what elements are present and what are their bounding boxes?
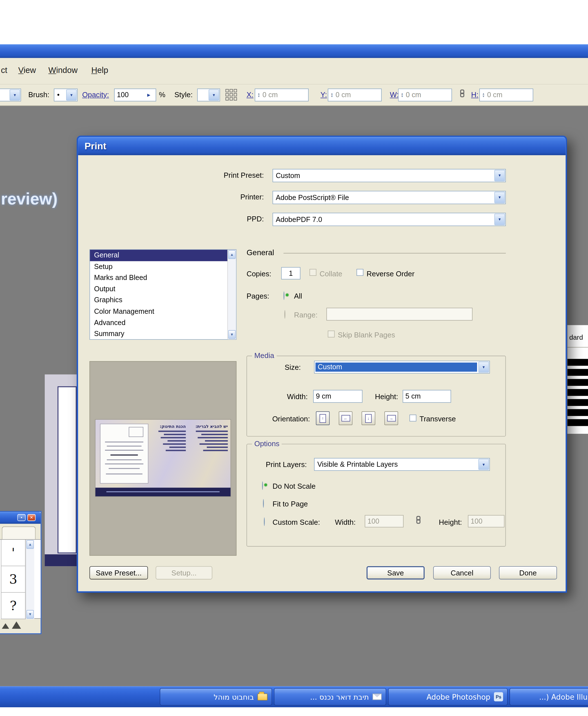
glyph-cell[interactable]: 3 [1, 566, 26, 593]
menu-help[interactable]: Help [91, 66, 108, 75]
save-button[interactable]: Save [367, 566, 425, 580]
orientation-portrait-button[interactable] [316, 412, 330, 425]
section-summary[interactable]: Summary [90, 329, 236, 340]
chevron-down-icon[interactable] [66, 89, 77, 101]
printer-combo[interactable]: Adobe PostScript® File [273, 191, 506, 204]
spinner-icon[interactable] [257, 92, 260, 98]
scroll-down-icon[interactable] [228, 330, 236, 339]
style-combo[interactable] [197, 88, 220, 101]
section-color-management[interactable]: Color Management [90, 306, 236, 317]
w-field[interactable]: 0 cm [398, 88, 452, 101]
x-field[interactable]: 0 cm [255, 88, 309, 101]
reference-point-grid-icon[interactable] [226, 89, 237, 101]
chevron-down-icon[interactable] [209, 89, 219, 101]
scroll-up-icon[interactable] [26, 540, 34, 549]
opacity-slider-arrow-icon[interactable] [144, 89, 153, 101]
orientation-portrait-reverse-button[interactable] [362, 412, 375, 425]
glyph-cell[interactable]: ? [1, 593, 26, 619]
chevron-down-icon[interactable] [479, 459, 489, 470]
spinner-icon[interactable] [401, 92, 403, 98]
scroll-down-icon[interactable] [26, 610, 34, 619]
glyph-cell[interactable]: ' [1, 540, 26, 566]
do-not-scale-radio[interactable] [262, 481, 263, 490]
chevron-down-icon[interactable] [9, 89, 20, 101]
scroll-up-icon[interactable] [228, 250, 236, 259]
orientation-landscape-left-button[interactable] [339, 412, 353, 425]
list-scrollbar[interactable] [227, 250, 236, 339]
pages-all-radio[interactable] [284, 291, 285, 300]
save-preset-button[interactable]: Save Preset... [89, 566, 148, 580]
print-layers-combo[interactable]: Visible & Printable Layers [314, 458, 490, 471]
done-button[interactable]: Done [499, 566, 557, 580]
reverse-order-checkbox[interactable] [357, 269, 363, 276]
swatch-row[interactable] [567, 369, 588, 376]
section-marks-and-bleed[interactable]: Marks and Bleed [90, 272, 236, 283]
taskbar-button-photoshop[interactable]: Adobe Photoshop [388, 688, 508, 706]
setup-button[interactable]: Setup... [156, 566, 212, 580]
h-label[interactable]: H: [471, 91, 479, 99]
menu-view[interactable]: View [18, 66, 36, 75]
media-height-field[interactable]: 5 cm [403, 390, 451, 402]
swatch-row[interactable] [567, 379, 588, 386]
palette-titlebar[interactable] [0, 512, 41, 524]
copies-field[interactable]: 1 [281, 267, 300, 279]
swatch-row[interactable] [567, 359, 588, 365]
dialog-titlebar[interactable]: Print [78, 137, 565, 155]
stage: ct View Window Help Brush: • Opacity: 10… [0, 0, 588, 716]
skip-blank-pages-checkbox[interactable] [328, 331, 335, 337]
section-general[interactable]: General [90, 250, 236, 261]
chevron-down-icon[interactable] [495, 214, 505, 225]
divider [567, 347, 588, 348]
pages-range-radio[interactable] [285, 310, 285, 319]
transverse-checkbox[interactable] [410, 415, 416, 421]
y-label[interactable]: Y: [320, 91, 327, 99]
collate-checkbox[interactable] [310, 269, 316, 276]
spinner-icon[interactable] [482, 92, 485, 98]
preview-panel: הכנת התינוק: יש להביא לברית: [89, 361, 236, 556]
chevron-down-icon[interactable] [479, 362, 489, 373]
section-setup[interactable]: Setup [90, 261, 236, 272]
brush-combo[interactable]: • [54, 88, 78, 101]
h-field[interactable]: 0 cm [479, 88, 533, 101]
taskbar-button-inbox[interactable]: תיבת דואר נכנס ... [274, 688, 386, 706]
preview-thumbnail[interactable]: הכנת התינוק: יש להביא לברית: [95, 419, 231, 497]
range-field[interactable] [327, 308, 472, 320]
preset-combo[interactable]: Custom [273, 169, 506, 182]
scale-width-field[interactable]: 100 [365, 515, 403, 528]
opacity-link[interactable]: Opacity: [82, 91, 109, 99]
ppd-combo[interactable]: AdobePDF 7.0 [273, 213, 506, 226]
section-output[interactable]: Output [90, 283, 236, 295]
swatch-row[interactable] [567, 409, 588, 416]
swatch-row[interactable] [567, 419, 588, 426]
y-field[interactable]: 0 cm [328, 88, 382, 101]
custom-scale-radio[interactable] [264, 518, 265, 526]
glyph-zoom-in-icon[interactable] [12, 622, 21, 629]
palette-tab[interactable] [2, 526, 36, 539]
taskbar-button-illustrator[interactable]: ...) Adobe Illustra [509, 688, 588, 706]
section-advanced[interactable]: Advanced [90, 317, 236, 329]
size-combo[interactable]: Custom [314, 361, 490, 374]
swatch-row[interactable] [567, 389, 588, 396]
palette-scrollbar[interactable] [26, 540, 34, 619]
taskbar-button-folder[interactable]: בוחבוט מוהל [160, 688, 272, 706]
orientation-landscape-right-button[interactable] [384, 412, 398, 425]
cancel-button[interactable]: Cancel [433, 566, 490, 580]
w-label[interactable]: W: [390, 91, 398, 99]
minimize-icon[interactable] [18, 514, 26, 521]
scale-height-field[interactable]: 100 [468, 515, 505, 528]
spinner-icon[interactable] [331, 92, 333, 98]
close-icon[interactable] [27, 514, 36, 521]
menu-object-partial[interactable]: ct [1, 66, 7, 75]
chevron-down-icon[interactable] [495, 192, 505, 203]
tool-preset-combo[interactable] [0, 88, 21, 101]
glyph-zoom-out-icon[interactable] [2, 623, 9, 629]
chevron-down-icon[interactable] [495, 170, 505, 182]
opacity-field[interactable]: 100 [114, 88, 156, 101]
fit-to-page-radio[interactable] [263, 499, 264, 508]
link-icon[interactable] [416, 516, 420, 524]
section-graphics[interactable]: Graphics [90, 295, 236, 306]
swatch-row[interactable] [567, 399, 588, 406]
x-label[interactable]: X: [246, 91, 253, 99]
link-icon[interactable] [460, 89, 464, 98]
menu-window[interactable]: Window [48, 66, 78, 75]
